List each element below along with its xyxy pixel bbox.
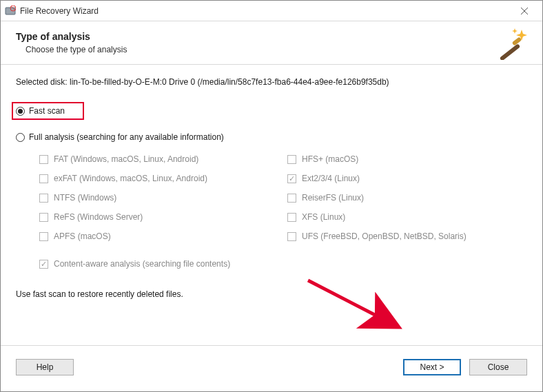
- wizard-body: Selected disk: lin-To-be-filled-by-O-E-M…: [1, 65, 542, 345]
- checkbox-icon: [39, 194, 48, 203]
- checkbox-icon: [287, 174, 296, 183]
- wizard-wand-icon: [495, 27, 529, 60]
- checkbox-icon: [39, 260, 48, 269]
- checkbox-icon: [39, 155, 48, 164]
- fs-checkbox-row[interactable]: NTFS (Windows): [39, 193, 287, 203]
- close-button-label: Close: [488, 362, 509, 372]
- fs-label: UFS (FreeBSD, OpenBSD, NetBSD, Solaris): [302, 231, 467, 241]
- page-subtitle: Choose the type of analysis: [25, 45, 527, 54]
- svg-line-9: [308, 280, 396, 326]
- window-title: File Recovery Wizard: [20, 6, 511, 16]
- fs-label: NTFS (Windows): [54, 193, 116, 203]
- fs-checkbox-row[interactable]: exFAT (Windows, macOS, Linux, Android): [39, 174, 287, 183]
- fs-checkbox-row[interactable]: HFS+ (macOS): [287, 154, 508, 164]
- wizard-header: Type of analysis Choose the type of anal…: [1, 21, 542, 65]
- page-title: Type of analysis: [16, 31, 527, 42]
- fs-label: exFAT (Windows, macOS, Linux, Android): [54, 174, 207, 183]
- close-button[interactable]: Close: [469, 359, 527, 375]
- fs-label: APFS (macOS): [54, 231, 111, 241]
- close-window-button[interactable]: [511, 1, 538, 21]
- checkbox-icon: [287, 155, 296, 164]
- radio-full-analysis[interactable]: [16, 133, 25, 142]
- fs-checkbox-row[interactable]: APFS (macOS): [39, 231, 287, 241]
- full-analysis-label: Full analysis (searching for any availab…: [29, 132, 224, 142]
- checkbox-icon: [287, 213, 296, 222]
- close-icon: [521, 8, 528, 14]
- fs-label: ReiserFS (Linux): [302, 193, 364, 203]
- app-icon: [5, 6, 16, 17]
- checkbox-icon: [39, 213, 48, 222]
- checkbox-icon: [287, 194, 296, 203]
- next-button[interactable]: Next >: [403, 359, 461, 375]
- fs-checkbox-row[interactable]: ReFS (Windows Server): [39, 212, 287, 222]
- fs-checkbox-row[interactable]: UFS (FreeBSD, OpenBSD, NetBSD, Solaris): [287, 231, 508, 241]
- titlebar: File Recovery Wizard: [1, 1, 542, 21]
- radio-fast-scan[interactable]: [16, 107, 25, 116]
- help-button-label: Help: [37, 362, 54, 372]
- svg-rect-7: [500, 43, 520, 60]
- fs-label: ReFS (Windows Server): [54, 212, 143, 222]
- fs-checkbox-row[interactable]: FAT (Windows, macOS, Linux, Android): [39, 154, 287, 164]
- fs-label: FAT (Windows, macOS, Linux, Android): [54, 154, 198, 164]
- checkbox-icon: [39, 174, 48, 183]
- selected-disk-label: Selected disk: lin-To-be-filled-by-O-E-M…: [16, 77, 527, 87]
- checkbox-icon: [39, 232, 48, 241]
- fast-scan-highlight: Fast scan: [12, 102, 84, 120]
- radio-full-analysis-row[interactable]: Full analysis (searching for any availab…: [16, 132, 224, 142]
- filesystem-grid: FAT (Windows, macOS, Linux, Android) HFS…: [39, 154, 527, 241]
- fs-checkbox-row[interactable]: ReiserFS (Linux): [287, 193, 508, 203]
- content-aware-label: Content-aware analysis (searching file c…: [54, 259, 230, 269]
- fast-scan-label: Fast scan: [29, 106, 65, 116]
- fs-checkbox-row[interactable]: XFS (Linux): [287, 212, 508, 222]
- fs-label: Ext2/3/4 (Linux): [302, 174, 360, 183]
- fs-label: XFS (Linux): [302, 212, 345, 222]
- help-button[interactable]: Help: [16, 359, 74, 375]
- fs-checkbox-row[interactable]: Ext2/3/4 (Linux): [287, 174, 508, 183]
- hint-text: Use fast scan to restore recently delete…: [16, 289, 527, 299]
- content-aware-checkbox-row[interactable]: Content-aware analysis (searching file c…: [39, 259, 527, 269]
- next-button-label: Next >: [420, 362, 444, 372]
- fs-label: HFS+ (macOS): [302, 154, 358, 164]
- annotation-arrow-icon: [304, 275, 414, 337]
- wizard-footer: Help Next > Close: [1, 345, 542, 388]
- checkbox-icon: [287, 232, 296, 241]
- svg-marker-6: [512, 28, 518, 34]
- radio-fast-scan-row[interactable]: Fast scan: [16, 102, 527, 120]
